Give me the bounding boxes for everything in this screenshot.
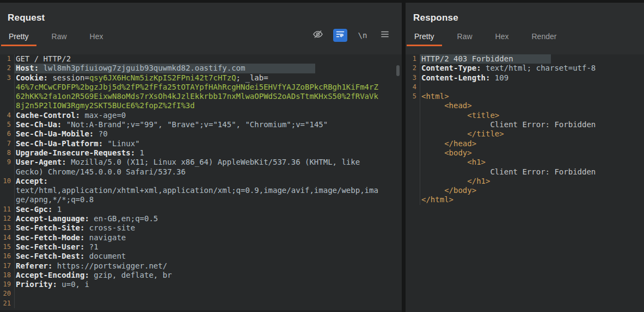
line-number [406, 111, 420, 120]
code-segment: gzip, deflate, br [89, 271, 172, 279]
line-number [0, 101, 15, 110]
code-row[interactable]: 62hKK%2fa1on2R5G9EixwN8oMds7rXsOh4kJzlEk… [0, 92, 402, 101]
code-segment: </head> [421, 139, 476, 148]
code-segment: Gecko) Chrome/145.0.0.0 Safari/537.36 [16, 167, 186, 176]
code-row[interactable]: 5Sec-Ch-Ua: "Not:A-Brand";v="99", "Brave… [0, 120, 402, 129]
code-row[interactable]: <title> [406, 111, 644, 120]
code-row[interactable]: 4Cache-Control: max-age=0 [0, 111, 402, 120]
code-segment: Referer: [16, 261, 52, 270]
code-row[interactable]: </title> [406, 129, 644, 139]
line-number: 2 [406, 64, 420, 73]
code-row[interactable]: 10Accept: [0, 177, 402, 186]
code-segment: 62hKK%2fa1on2R5G9EixwN8oMds7rXsOh4kJzlEk… [16, 92, 378, 101]
show-newlines-button[interactable]: \n [355, 29, 370, 42]
request-scrollbar-thumb[interactable] [396, 65, 400, 76]
response-tabbar: Pretty Raw Hex Render [407, 24, 644, 46]
code-row[interactable]: 46%7cMCwCFDFP%2bgzJbj5d%2fP%2fFfa25tOTAY… [0, 83, 402, 92]
code-row[interactable]: 4 [406, 83, 644, 92]
code-line: Referer: https://portswigger.net/ [15, 261, 167, 271]
code-row[interactable]: 13Sec-Fetch-Site: cross-site [0, 223, 402, 233]
code-row[interactable]: </body> [406, 186, 644, 195]
code-row[interactable]: Gecko) Chrome/145.0.0.0 Safari/537.36 [0, 167, 402, 177]
code-line: Upgrade-Insecure-Requests: 1 [15, 148, 144, 158]
menu-icon [381, 30, 389, 40]
code-line: <html> [420, 92, 449, 101]
request-toolbar: \n [311, 28, 392, 43]
code-row[interactable]: 1GET / HTTP/2 [0, 54, 402, 64]
code-row[interactable]: <h1> [406, 158, 644, 167]
line-number [406, 139, 420, 148]
response-editor[interactable]: 1HTTP/2 403 Forbidden2Content-Type: text… [406, 54, 644, 312]
code-row[interactable]: </head> [406, 139, 644, 148]
panel-divider[interactable] [402, 0, 406, 312]
code-line: Content-Length: 109 [420, 73, 508, 83]
code-row[interactable]: 1HTTP/2 403 Forbidden [406, 54, 644, 64]
editor-menu-button[interactable] [378, 29, 392, 42]
response-tab-render[interactable]: Render [524, 28, 565, 46]
code-segment: 8j2n5P2lIOW3Rgmy2SKT5BUcE6%2fopZ%2fI%3d [16, 101, 195, 110]
code-row[interactable]: </html> [406, 195, 644, 204]
request-tab-pretty[interactable]: Pretty [1, 28, 36, 46]
code-row[interactable]: 11Sec-Gpc: 1 [0, 205, 402, 214]
line-number: 14 [0, 233, 15, 242]
line-number: 6 [0, 129, 15, 139]
code-row[interactable]: text/html,application/xhtml+xml,applicat… [0, 186, 402, 195]
line-number [406, 186, 420, 195]
code-segment: "Not:A-Brand";v="99", "Brave";v="145", "… [62, 120, 328, 129]
line-number: 15 [0, 242, 15, 252]
code-row[interactable]: 17Referer: https://portswigger.net/ [0, 261, 402, 271]
line-number [406, 148, 420, 158]
code-line: </head> [420, 139, 476, 148]
code-row[interactable]: 21 [0, 299, 402, 308]
code-row[interactable]: 8j2n5P2lIOW3Rgmy2SKT5BUcE6%2fopZ%2fI%3d [0, 101, 402, 110]
code-row[interactable]: 18Accept-Encoding: gzip, deflate, br [0, 271, 402, 280]
code-segment: qsy6JX6HcNm5izKpIS2FPni42t7cHTzQ [89, 73, 236, 82]
code-line: text/html,application/xhtml+xml,applicat… [15, 186, 378, 195]
code-row[interactable]: </h1> [406, 177, 644, 186]
response-tab-pretty[interactable]: Pretty [407, 28, 442, 46]
code-row[interactable]: <body> [406, 148, 644, 158]
response-tab-hex[interactable]: Hex [488, 28, 517, 46]
line-number: 7 [0, 139, 15, 148]
request-editor[interactable]: 1GET / HTTP/22Host: lwl8mh3pfiuiowg7zjgu… [0, 54, 402, 312]
code-row[interactable]: ge/apng,*/*;q=0.8 [0, 195, 402, 204]
code-row[interactable]: Client Error: Forbidden [406, 167, 644, 177]
code-row[interactable]: 8Upgrade-Insecure-Requests: 1 [0, 148, 402, 158]
code-line [15, 289, 16, 298]
code-segment: </h1> [421, 177, 490, 185]
line-number [406, 158, 420, 167]
code-segment: 109 [490, 73, 508, 82]
code-row[interactable]: 2Host: lwl8mh3pfiuiowg7zjguib93quwmkd82.… [0, 64, 402, 73]
request-tab-raw[interactable]: Raw [44, 28, 75, 46]
code-row[interactable]: 2Content-Type: text/html; charset=utf-8 [406, 64, 644, 73]
word-wrap-toggle-button[interactable] [333, 29, 347, 42]
response-panel: Response Pretty Raw Hex Render 1HTTP/2 4… [406, 3, 644, 312]
code-row[interactable]: 19Priority: u=0, i [0, 280, 402, 289]
code-row[interactable]: 3Cookie: session=qsy6JX6HcNm5izKpIS2FPni… [0, 73, 402, 83]
request-tab-hex[interactable]: Hex [82, 28, 111, 46]
code-row[interactable]: 7Sec-Ch-Ua-Platform: "Linux" [0, 139, 402, 148]
hide-nonprintable-button[interactable] [311, 29, 325, 42]
response-tab-raw[interactable]: Raw [450, 28, 480, 46]
code-row[interactable]: 5<html> [406, 92, 644, 101]
code-row[interactable]: 9User-Agent: Mozilla/5.0 (X11; Linux x86… [0, 158, 402, 167]
code-segment: Sec-Gpc: [16, 205, 52, 214]
code-segment: Cache-Control: [16, 111, 80, 120]
code-row[interactable]: 14Sec-Fetch-Mode: navigate [0, 233, 402, 242]
code-row[interactable]: 20 [0, 289, 402, 298]
line-number [0, 83, 15, 92]
code-line: <h1> [420, 158, 486, 167]
code-row[interactable]: 3Content-Length: 109 [406, 73, 644, 83]
code-row[interactable]: Client Error: Forbidden [406, 120, 644, 129]
code-row[interactable]: 16Sec-Fetch-Dest: document [0, 252, 402, 261]
request-tabbar: Pretty Raw Hex [1, 24, 402, 46]
code-row[interactable]: 12Accept-Language: en-GB,en;q=0.5 [0, 214, 402, 223]
code-segment: ?1 [84, 242, 98, 251]
code-row[interactable]: 15Sec-Fetch-User: ?1 [0, 242, 402, 252]
code-row[interactable]: <head> [406, 101, 644, 110]
code-segment: cross-site [84, 223, 135, 232]
code-segment: </title> [421, 129, 504, 138]
code-row[interactable]: 6Sec-Ch-Ua-Mobile: ?0 [0, 129, 402, 139]
request-panel: Request Pretty Raw Hex [0, 3, 402, 312]
code-segment: 1 [135, 148, 144, 157]
